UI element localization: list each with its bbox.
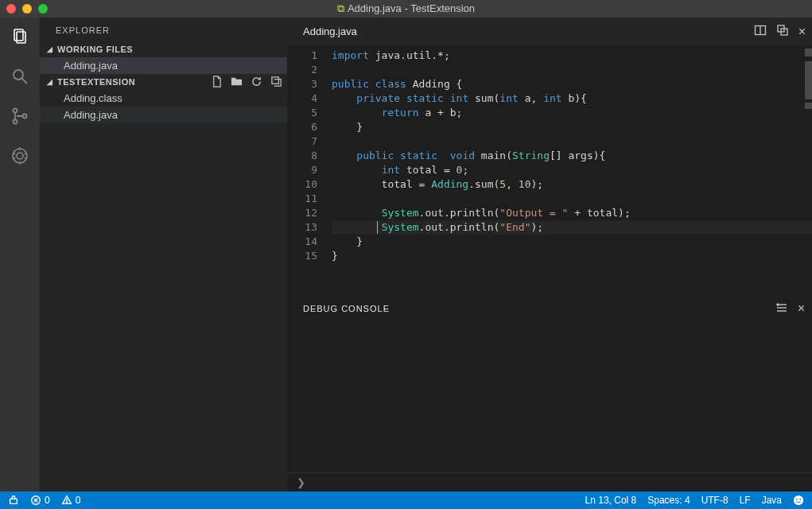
line-number: 4 bbox=[287, 91, 317, 106]
explorer-title: EXPLORER bbox=[40, 17, 287, 41]
code-editor[interactable]: 123456789101112131415 import java.util.*… bbox=[287, 45, 812, 295]
editor-tabs: Adding.java × bbox=[287, 17, 812, 45]
svg-point-7 bbox=[13, 149, 27, 163]
status-errors[interactable]: 0 bbox=[30, 495, 50, 506]
refresh-icon[interactable] bbox=[251, 76, 262, 89]
status-feedback-icon[interactable] bbox=[793, 495, 804, 506]
more-actions-icon[interactable] bbox=[776, 24, 789, 39]
collapse-all-icon[interactable] bbox=[270, 76, 282, 89]
activity-debug[interactable] bbox=[9, 145, 31, 167]
new-folder-icon[interactable] bbox=[231, 76, 243, 89]
code-area[interactable]: import java.util.*;public class Adding {… bbox=[332, 45, 812, 295]
working-files-header[interactable]: ◢ WORKING FILES bbox=[40, 41, 287, 57]
window-close-button[interactable] bbox=[6, 4, 16, 14]
status-ln-col[interactable]: Ln 13, Col 8 bbox=[585, 495, 637, 506]
line-number: 9 bbox=[287, 163, 317, 177]
svg-point-6 bbox=[23, 115, 27, 119]
line-number: 5 bbox=[287, 106, 317, 120]
status-encoding[interactable]: UTF-8 bbox=[701, 495, 728, 506]
new-file-icon[interactable] bbox=[211, 76, 223, 89]
code-line[interactable]: import java.util.*; bbox=[332, 49, 812, 63]
status-language[interactable]: Java bbox=[762, 495, 782, 506]
chevron-down-icon: ◢ bbox=[46, 78, 54, 86]
code-line[interactable]: total = Adding.sum(5, 10); bbox=[332, 177, 812, 192]
line-number: 13 bbox=[287, 220, 317, 235]
activity-source-control[interactable] bbox=[9, 105, 31, 127]
svg-rect-1 bbox=[17, 32, 25, 43]
file-label: Adding.java bbox=[64, 109, 118, 121]
close-panel-icon[interactable]: × bbox=[798, 301, 806, 316]
titlebar: ⧉Adding.java - TestExtension bbox=[0, 0, 812, 17]
working-file-item[interactable]: Adding.java bbox=[40, 57, 287, 74]
window-minimize-button[interactable] bbox=[22, 4, 32, 14]
project-file-item[interactable]: Adding.java bbox=[40, 107, 287, 123]
project-header[interactable]: ◢ TESTEXTENSION bbox=[40, 74, 287, 90]
project-file-item[interactable]: Adding.class bbox=[40, 90, 287, 107]
code-line[interactable]: System.out.println("End"); bbox=[332, 220, 812, 235]
editor-group: Adding.java × 123456789101112131415 impo… bbox=[287, 17, 812, 492]
code-line[interactable]: } bbox=[332, 120, 812, 134]
status-remote[interactable] bbox=[8, 495, 19, 506]
chevron-down-icon: ◢ bbox=[46, 45, 54, 53]
explorer-sidebar: EXPLORER ◢ WORKING FILES Adding.java ◢ T… bbox=[40, 17, 287, 492]
project-label: TESTEXTENSION bbox=[57, 77, 135, 87]
svg-rect-15 bbox=[272, 76, 278, 83]
window-title: ⧉Adding.java - TestExtension bbox=[0, 2, 812, 15]
line-number: 12 bbox=[287, 206, 317, 220]
svg-point-2 bbox=[14, 70, 23, 80]
code-line[interactable]: System.out.println("Output = " + total); bbox=[332, 206, 812, 220]
code-line[interactable]: private static int sum(int a, int b){ bbox=[332, 91, 812, 106]
debug-console-input[interactable]: ❯ bbox=[287, 472, 812, 492]
window-maximize-button[interactable] bbox=[38, 4, 48, 14]
code-line[interactable]: public class Adding { bbox=[332, 77, 812, 91]
line-number: 3 bbox=[287, 77, 317, 91]
line-number: 10 bbox=[287, 177, 317, 192]
line-number: 6 bbox=[287, 120, 317, 134]
error-count: 0 bbox=[45, 495, 50, 506]
status-eol[interactable]: LF bbox=[740, 495, 751, 506]
line-gutter: 123456789101112131415 bbox=[287, 45, 332, 295]
code-line[interactable]: } bbox=[332, 249, 812, 263]
line-number: 7 bbox=[287, 134, 317, 149]
line-number: 2 bbox=[287, 63, 317, 77]
file-label: Adding.class bbox=[64, 92, 122, 104]
debug-panel: DEBUG CONSOLE × ❯ bbox=[287, 295, 812, 492]
code-line[interactable]: int total = 0; bbox=[332, 163, 812, 177]
debug-console-title: DEBUG CONSOLE bbox=[303, 304, 390, 313]
line-number: 11 bbox=[287, 192, 317, 206]
activity-bar bbox=[0, 17, 40, 492]
code-line[interactable] bbox=[332, 134, 812, 149]
warning-count: 0 bbox=[76, 495, 81, 506]
svg-rect-0 bbox=[14, 29, 23, 41]
activity-search[interactable] bbox=[9, 65, 31, 87]
svg-point-5 bbox=[14, 120, 17, 124]
window-title-text: Adding.java - TestExtension bbox=[348, 2, 475, 14]
line-number: 1 bbox=[287, 49, 317, 63]
file-icon: ⧉ bbox=[337, 2, 344, 14]
file-label: Adding.java bbox=[64, 60, 118, 72]
code-line[interactable]: public static void main(String[] args){ bbox=[332, 149, 812, 163]
svg-point-31 bbox=[796, 499, 798, 500]
status-warnings[interactable]: 0 bbox=[61, 495, 81, 506]
close-icon[interactable]: × bbox=[798, 25, 806, 39]
code-line[interactable]: } bbox=[332, 235, 812, 249]
line-number: 14 bbox=[287, 235, 317, 249]
split-editor-icon[interactable] bbox=[754, 24, 767, 39]
svg-point-8 bbox=[17, 153, 23, 159]
activity-explorer[interactable] bbox=[9, 25, 31, 48]
debug-console-body[interactable] bbox=[287, 321, 812, 472]
minimap[interactable] bbox=[802, 45, 812, 295]
clear-console-icon[interactable] bbox=[775, 301, 788, 316]
code-line[interactable] bbox=[332, 192, 812, 206]
code-line[interactable]: return a + b; bbox=[332, 106, 812, 120]
svg-line-3 bbox=[22, 79, 27, 84]
svg-point-30 bbox=[794, 495, 803, 505]
svg-rect-24 bbox=[10, 499, 17, 503]
editor-tab[interactable]: Adding.java bbox=[303, 25, 357, 37]
svg-point-29 bbox=[66, 502, 67, 503]
project-actions bbox=[211, 76, 282, 89]
status-spaces[interactable]: Spaces: 4 bbox=[647, 495, 690, 506]
line-number: 15 bbox=[287, 249, 317, 263]
svg-point-4 bbox=[14, 109, 17, 113]
code-line[interactable] bbox=[332, 63, 812, 77]
